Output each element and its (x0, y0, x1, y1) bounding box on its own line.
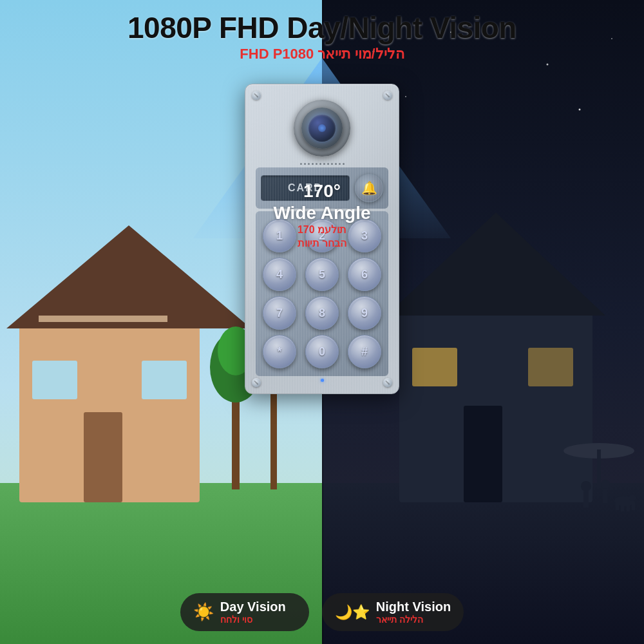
day-vision-badge: ☀️ Day Vision סוי ולחח (180, 593, 309, 631)
key-label-5: 5 (319, 268, 325, 281)
card-label: CARD (288, 182, 323, 194)
svg-rect-5 (32, 361, 77, 399)
svg-point-19 (579, 109, 581, 111)
svg-rect-37 (632, 502, 635, 510)
key-label-*: * (277, 345, 281, 359)
svg-rect-36 (627, 504, 630, 511)
device-panel-container: CARD 🔔 123456789*0# (245, 84, 399, 394)
bell-icon: 🔔 (361, 180, 377, 196)
svg-rect-4 (84, 412, 122, 502)
svg-rect-35 (621, 504, 624, 511)
mic-dot (308, 163, 310, 165)
svg-point-33 (629, 495, 636, 501)
key-1[interactable]: 1 (263, 219, 296, 252)
key-2[interactable]: 2 (305, 219, 339, 252)
camera-section (256, 95, 388, 160)
svg-point-16 (547, 64, 549, 66)
sun-icon: ☀️ (193, 602, 214, 622)
keypad-section: 123456789*0# (256, 211, 388, 376)
camera-lens (308, 115, 336, 142)
mic-dot (343, 163, 345, 165)
key-#[interactable]: # (348, 335, 381, 368)
moon-icon: 🌙⭐ (335, 604, 370, 621)
key-label-8: 8 (319, 307, 325, 320)
header: 1080P FHD Day/Night Vision הליל/מוי תייא… (0, 0, 644, 62)
night-badge-content: Night Vision הלילה תייאר (376, 600, 451, 625)
svg-rect-6 (142, 361, 187, 399)
day-vision-subtitle: סוי ולחח (220, 614, 252, 625)
night-vision-title: Night Vision (376, 600, 451, 614)
day-badge-content: Day Vision סוי ולחח (220, 600, 286, 625)
camera-ring (301, 108, 343, 149)
keypad-grid: 123456789*0# (261, 219, 383, 368)
key-3[interactable]: 3 (348, 219, 381, 252)
key-5[interactable]: 5 (305, 258, 339, 291)
key-label-1: 1 (276, 229, 283, 243)
key-4[interactable]: 4 (263, 258, 296, 291)
svg-rect-23 (464, 406, 502, 502)
key-6[interactable]: 6 (348, 258, 381, 291)
key-label-4: 4 (276, 268, 283, 281)
mic-dot (316, 163, 317, 165)
screw-bottom-right (383, 378, 392, 387)
mic-dot (304, 163, 306, 165)
screw-top-right (383, 91, 392, 100)
card-bell-section: CARD 🔔 (256, 167, 388, 209)
key-label-3: 3 (361, 229, 368, 243)
svg-rect-25 (528, 348, 573, 386)
svg-point-28 (581, 481, 591, 491)
card-reader[interactable]: CARD (261, 175, 350, 201)
mic-dot (312, 163, 314, 165)
svg-rect-7 (39, 316, 167, 322)
camera-housing (294, 100, 350, 156)
mic-dot (339, 163, 341, 165)
bell-button[interactable]: 🔔 (355, 174, 383, 202)
led-indicator (321, 379, 324, 382)
night-vision-badge: 🌙⭐ Night Vision הלילה תייאר (322, 593, 464, 631)
vision-badges: ☀️ Day Vision סוי ולחח 🌙⭐ Night Vision ה… (155, 593, 489, 631)
key-0[interactable]: 0 (305, 335, 339, 368)
mic-dot (319, 163, 321, 165)
svg-rect-27 (597, 450, 601, 488)
mic-dot (331, 163, 333, 165)
intercom-panel: CARD 🔔 123456789*0# (245, 84, 399, 394)
svg-point-18 (405, 96, 406, 97)
main-subtitle-he: הליל/מוי תייאר FHD P1080 (0, 46, 644, 62)
mic-dot (327, 163, 329, 165)
svg-rect-31 (603, 489, 607, 503)
key-label-2: 2 (319, 229, 325, 243)
key-9[interactable]: 9 (348, 296, 381, 330)
svg-rect-29 (583, 491, 589, 507)
mic-dot (323, 163, 325, 165)
screw-top-left (252, 91, 261, 100)
key-label-9: 9 (361, 307, 368, 320)
svg-point-30 (601, 480, 610, 489)
key-*[interactable]: * (263, 335, 296, 368)
night-vision-subtitle: הלילה תייאר (376, 614, 423, 625)
screw-bottom-left (252, 378, 261, 387)
microphone-array (283, 163, 361, 165)
mic-dot (335, 163, 337, 165)
main-title: 1080P FHD Day/Night Vision (0, 12, 644, 44)
svg-rect-34 (616, 502, 619, 510)
lens-reflection (318, 124, 326, 132)
key-label-#: # (361, 345, 368, 359)
key-8[interactable]: 8 (305, 296, 339, 330)
key-label-0: 0 (319, 345, 325, 359)
key-7[interactable]: 7 (263, 296, 296, 330)
key-label-6: 6 (361, 268, 368, 281)
day-vision-title: Day Vision (220, 600, 286, 614)
mic-dot (300, 163, 302, 165)
key-label-7: 7 (276, 307, 283, 320)
svg-rect-24 (412, 348, 457, 386)
